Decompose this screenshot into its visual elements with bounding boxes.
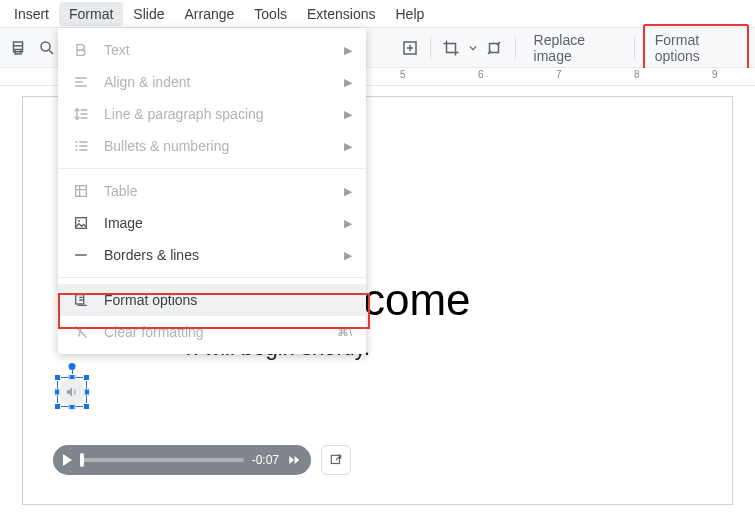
audio-player[interactable]: -0:07: [53, 445, 311, 475]
submenu-arrow-icon: ▶: [344, 217, 352, 230]
resize-handle-se[interactable]: [83, 403, 90, 410]
ruler-tick: 5: [400, 69, 406, 80]
replace-image-button[interactable]: Replace image: [524, 26, 626, 70]
svg-point-17: [75, 149, 77, 151]
borders-icon: [72, 246, 90, 264]
image-icon: [72, 214, 90, 232]
slide-title-text: come: [363, 275, 471, 325]
menu-item-line-paragraph-spacing: Line & paragraph spacing▶: [58, 98, 366, 130]
svg-point-15: [75, 141, 77, 143]
menu-item-label: Bullets & numbering: [104, 138, 330, 154]
menu-item-label: Table: [104, 183, 330, 199]
submenu-arrow-icon: ▶: [344, 108, 352, 121]
menu-item-image[interactable]: Image▶: [58, 207, 366, 239]
svg-rect-8: [331, 455, 339, 463]
svg-point-25: [78, 220, 80, 222]
format-dropdown: Text▶Align & indent▶Line & paragraph spa…: [58, 28, 366, 354]
submenu-arrow-icon: ▶: [344, 44, 352, 57]
add-box-icon[interactable]: [397, 34, 422, 62]
menu-item-table: Table▶: [58, 175, 366, 207]
menu-item-label: Clear formatting: [104, 324, 323, 340]
bullets-icon: [72, 137, 90, 155]
format-options-button[interactable]: Format options: [643, 24, 749, 72]
svg-line-3: [49, 50, 53, 54]
menu-item-label: Line & paragraph spacing: [104, 106, 330, 122]
table-icon: [72, 182, 90, 200]
audio-progress[interactable]: [80, 458, 244, 462]
toolbar-separator: [515, 37, 516, 59]
svg-point-16: [75, 145, 77, 147]
submenu-arrow-icon: ▶: [344, 140, 352, 153]
ruler-tick: 8: [634, 69, 640, 80]
svg-point-2: [41, 42, 50, 51]
audio-object[interactable]: [57, 377, 87, 407]
crop-dropdown-icon[interactable]: [468, 34, 479, 62]
ruler-tick: 6: [478, 69, 484, 80]
menu-tools[interactable]: Tools: [244, 2, 297, 26]
skip-forward-icon[interactable]: [287, 453, 301, 467]
submenu-arrow-icon: ▶: [344, 185, 352, 198]
menu-item-label: Borders & lines: [104, 247, 330, 263]
menu-item-label: Image: [104, 215, 330, 231]
svg-rect-24: [76, 218, 87, 229]
ruler-tick: 7: [556, 69, 562, 80]
menu-separator: [58, 277, 366, 278]
menu-item-clear-formatting: Clear formatting⌘\: [58, 316, 366, 348]
clear-format-icon: [72, 323, 90, 341]
menu-format[interactable]: Format: [59, 2, 123, 26]
popout-button[interactable]: [321, 445, 351, 475]
reset-image-icon[interactable]: [482, 34, 507, 62]
bold-icon: [72, 41, 90, 59]
print-icon[interactable]: [6, 34, 31, 62]
menubar: Insert Format Slide Arrange Tools Extens…: [0, 0, 755, 28]
menu-extensions[interactable]: Extensions: [297, 2, 385, 26]
menu-item-label: Format options: [104, 292, 352, 308]
zoom-icon[interactable]: [35, 34, 60, 62]
submenu-arrow-icon: ▶: [344, 76, 352, 89]
speaker-icon: [59, 379, 85, 405]
resize-handle-nw[interactable]: [54, 374, 61, 381]
menu-item-label: Text: [104, 42, 330, 58]
menu-help[interactable]: Help: [385, 2, 434, 26]
submenu-arrow-icon: ▶: [344, 249, 352, 262]
menu-separator: [58, 168, 366, 169]
audio-progress-thumb[interactable]: [80, 453, 84, 467]
menu-item-bullets-numbering: Bullets & numbering▶: [58, 130, 366, 162]
align-icon: [72, 73, 90, 91]
crop-icon[interactable]: [439, 34, 464, 62]
ruler-tick: 9: [712, 69, 718, 80]
audio-time: -0:07: [252, 453, 279, 467]
menu-item-format-options[interactable]: Format options: [58, 284, 366, 316]
menu-slide[interactable]: Slide: [123, 2, 174, 26]
svg-rect-21: [76, 186, 87, 197]
toolbar-separator: [430, 37, 431, 59]
menu-arrange[interactable]: Arrange: [175, 2, 245, 26]
menu-item-label: Align & indent: [104, 74, 330, 90]
resize-handle-ne[interactable]: [83, 374, 90, 381]
menu-item-borders-lines[interactable]: Borders & lines▶: [58, 239, 366, 271]
play-icon[interactable]: [63, 454, 72, 466]
menu-insert[interactable]: Insert: [4, 2, 59, 26]
resize-handle-sw[interactable]: [54, 403, 61, 410]
line-spacing-icon: [72, 105, 90, 123]
format-options-icon: [72, 291, 90, 309]
menu-item-text: Text▶: [58, 34, 366, 66]
toolbar-separator: [634, 37, 635, 59]
menu-item-align-indent: Align & indent▶: [58, 66, 366, 98]
svg-rect-27: [76, 295, 84, 304]
menu-item-shortcut: ⌘\: [337, 325, 352, 339]
